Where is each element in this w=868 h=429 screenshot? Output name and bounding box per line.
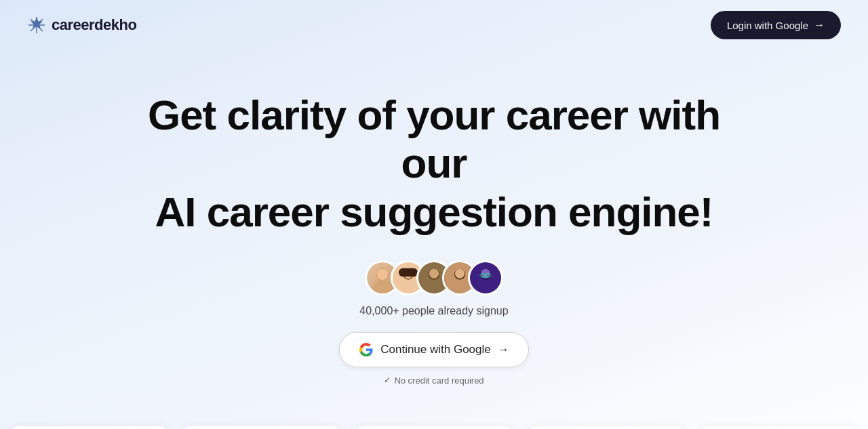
cta-arrow-icon: → xyxy=(498,343,509,356)
no-credit-text: ✓ No credit card required xyxy=(384,375,484,386)
logo-text: careerdekho xyxy=(52,16,136,34)
no-credit-label: No credit card required xyxy=(394,375,484,386)
login-arrow-icon: → xyxy=(814,19,825,31)
login-with-google-button[interactable]: Login with Google → xyxy=(711,11,841,39)
logo[interactable]: careerdekho xyxy=(27,16,136,35)
login-button-label: Login with Google xyxy=(727,20,808,31)
hero-section: Get clarity of your career with our AI c… xyxy=(0,50,868,413)
svg-point-15 xyxy=(429,269,439,279)
hero-title-line1: Get clarity of your career with our xyxy=(148,91,720,186)
avatar-group xyxy=(365,260,503,295)
cards-row: ↗ ↗ ↗ ↗ ↗ xyxy=(0,426,868,429)
avatar-5 xyxy=(468,260,503,295)
navbar: careerdekho Login with Google → xyxy=(0,0,868,50)
logo-icon xyxy=(27,16,46,35)
google-icon xyxy=(359,342,374,357)
hero-title: Get clarity of your career with our AI c… xyxy=(129,91,739,236)
card-1: ↗ xyxy=(8,426,170,429)
continue-with-google-button[interactable]: Continue with Google → xyxy=(339,332,529,367)
svg-point-8 xyxy=(377,269,388,279)
check-icon: ✓ xyxy=(384,375,391,385)
hero-title-line2: AI career suggestion engine! xyxy=(155,188,713,235)
card-5: ↗ xyxy=(698,426,860,429)
card-4: ↗ xyxy=(526,426,687,429)
card-3: ↗ xyxy=(353,426,515,429)
svg-point-18 xyxy=(455,269,465,279)
svg-point-6 xyxy=(373,279,392,295)
signup-count: 40,000+ people already signup xyxy=(359,305,508,317)
cta-label: Continue with Google xyxy=(380,343,491,356)
page-wrapper: careerdekho Login with Google → Get clar… xyxy=(0,0,868,429)
svg-rect-12 xyxy=(399,268,418,277)
card-2: ↗ xyxy=(180,426,342,429)
